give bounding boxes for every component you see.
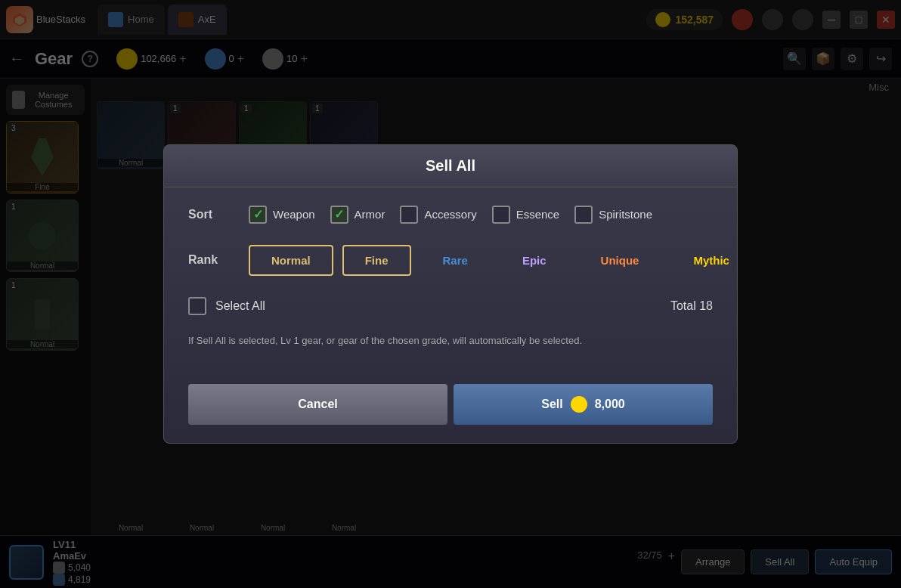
modal-footer: Cancel Sell 8,000 xyxy=(164,384,737,443)
essence-label: Essence xyxy=(516,208,560,221)
sort-label: Sort xyxy=(188,208,234,221)
rank-row: Rank Normal Fine Rare Epic Unique Mythic xyxy=(188,245,713,276)
rank-rare-btn[interactable]: Rare xyxy=(420,245,491,276)
select-all-option[interactable]: Select All xyxy=(188,297,265,315)
rank-epic-btn[interactable]: Epic xyxy=(500,245,569,276)
sell-all-modal: Sell All Sort Weapon Armor xyxy=(163,144,738,444)
weapon-label: Weapon xyxy=(273,208,315,221)
sort-option-weapon[interactable]: Weapon xyxy=(249,206,315,224)
total-label: Total 18 xyxy=(670,299,713,313)
accessory-label: Accessory xyxy=(424,208,476,221)
rank-label: Rank xyxy=(188,253,234,267)
info-text: If Sell All is selected, Lv 1 gear, or g… xyxy=(188,333,713,348)
rank-unique-btn[interactable]: Unique xyxy=(578,245,662,276)
rank-fine-btn[interactable]: Fine xyxy=(342,245,411,276)
sort-option-spiritstone[interactable]: Spiritstone xyxy=(574,206,652,224)
sell-coin-icon xyxy=(571,396,587,413)
sort-row: Sort Weapon Armor Accessory xyxy=(188,206,713,224)
essence-checkbox[interactable] xyxy=(492,206,510,224)
armor-checkbox[interactable] xyxy=(330,206,348,224)
modal-body: Sort Weapon Armor Accessory xyxy=(164,187,737,385)
spiritstone-checkbox[interactable] xyxy=(574,206,593,224)
sort-option-armor[interactable]: Armor xyxy=(330,206,385,224)
weapon-checkbox[interactable] xyxy=(249,206,267,224)
sell-price: 8,000 xyxy=(595,398,625,411)
sort-options: Weapon Armor Accessory Essence xyxy=(249,206,652,224)
select-all-row: Select All Total 18 xyxy=(188,297,713,315)
cancel-button[interactable]: Cancel xyxy=(188,384,447,425)
rank-normal-btn[interactable]: Normal xyxy=(249,245,333,276)
sell-btn-label: Sell xyxy=(541,398,562,411)
armor-label: Armor xyxy=(355,208,385,221)
rank-options: Normal Fine Rare Epic Unique Mythic xyxy=(249,245,738,276)
modal-title: Sell All xyxy=(426,157,475,174)
select-all-label: Select All xyxy=(215,299,265,313)
spiritstone-label: Spiritstone xyxy=(599,208,652,221)
modal-overlay: Sell All Sort Weapon Armor xyxy=(0,0,901,588)
sort-option-accessory[interactable]: Accessory xyxy=(400,206,476,224)
select-all-checkbox[interactable] xyxy=(188,297,206,315)
accessory-checkbox[interactable] xyxy=(400,206,418,224)
rank-mythic-btn[interactable]: Mythic xyxy=(670,245,738,276)
sort-option-essence[interactable]: Essence xyxy=(492,206,560,224)
modal-header: Sell All xyxy=(164,145,737,187)
sell-button[interactable]: Sell 8,000 xyxy=(454,384,713,425)
